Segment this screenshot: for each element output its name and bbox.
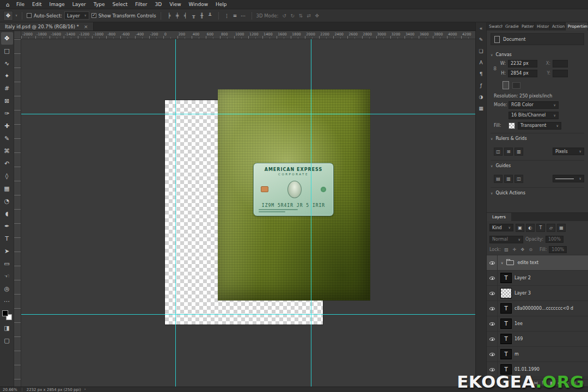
layer-row[interactable]: ∨edite text (487, 255, 588, 271)
history-brush-tool[interactable]: ↶ (1, 157, 13, 170)
eraser-tool[interactable]: ◊ (1, 170, 13, 182)
layer-fill-field[interactable]: 100% (549, 246, 567, 253)
text-layer-thumbnail[interactable]: T (501, 350, 511, 359)
blur-tool[interactable]: ◔ (1, 195, 13, 207)
color-swatches[interactable] (2, 310, 12, 320)
type-tool[interactable]: T (1, 232, 13, 245)
clone-source-icon[interactable]: ❏ (477, 47, 486, 55)
y-field[interactable] (553, 70, 568, 77)
libraries-panel-icon[interactable]: ▦ (477, 104, 486, 112)
dodge-tool[interactable]: ◖ (1, 207, 13, 220)
toggle-columns-icon[interactable]: ▥ (514, 148, 523, 156)
menu-item-view[interactable]: View (166, 1, 185, 8)
quick-selection-tool[interactable]: ✦ (1, 70, 13, 82)
distribute-vertical-icon[interactable]: ≡ (231, 13, 239, 19)
layer-visibility-toggle[interactable] (487, 286, 498, 301)
tool-preset-caret-icon[interactable]: ∨ (15, 14, 17, 17)
lock-transparency-icon[interactable]: ▨ (503, 247, 510, 252)
bit-depth-dropdown[interactable]: 16 Bits/Channel ∨ (509, 112, 559, 119)
home-icon[interactable]: ⌂ (3, 2, 13, 8)
canvas-area[interactable]: -2000-1800-1600-1400-1200-1000-800-600-4… (14, 31, 475, 387)
zoom-level[interactable]: 20.66% (3, 388, 17, 392)
menu-item-edit[interactable]: Edit (28, 1, 45, 8)
color-mode-dropdown[interactable]: RGB Color ∨ (509, 101, 559, 109)
panel-tab-histor[interactable]: Histor (535, 22, 550, 30)
guide-style-dropdown[interactable]: ∨ (553, 175, 584, 182)
3d-roll-icon[interactable]: ↻ (289, 13, 296, 19)
healing-brush-tool[interactable]: ✚ (1, 120, 13, 132)
layer-row[interactable]: Tc8a0000000...ccccccc<0 d (487, 301, 588, 316)
canvas-section-header[interactable]: ∨ Canvas (491, 50, 584, 59)
pen-tool[interactable]: ✒ (1, 220, 13, 232)
3d-scale-icon[interactable]: ✥ (313, 13, 321, 19)
toggle-grid-icon[interactable]: ⊞ (504, 148, 513, 156)
amex-card-image[interactable]: AMERICAN EXPRESS CORPORATE IZ9M 5R4IR JR… (253, 163, 334, 216)
layer-visibility-toggle[interactable] (487, 301, 498, 316)
menu-item-layer[interactable]: Layer (69, 1, 90, 8)
move-tool[interactable]: ✥ (1, 32, 13, 45)
layer-row[interactable]: T169 (487, 332, 588, 347)
group-expand-icon[interactable]: ∨ (501, 261, 503, 265)
frame-tool[interactable]: ⊠ (1, 95, 13, 107)
status-expand-icon[interactable]: › (84, 388, 86, 391)
align-left-icon[interactable]: ╞ (166, 13, 173, 19)
panel-tab-patter[interactable]: Patter (519, 22, 535, 30)
marquee-tool[interactable]: □ (1, 45, 13, 57)
document-tab[interactable]: Italy id.psd @ 20.7% (RGB/16) * × (0, 22, 94, 30)
auto-select-dropdown[interactable]: Layer ∨ (64, 11, 89, 20)
new-guide-layout-icon[interactable]: ▤ (494, 175, 503, 183)
layer-row[interactable]: TLayer 2 (487, 271, 588, 286)
layer-row[interactable]: Tm (487, 347, 588, 362)
portrait-orientation-button[interactable] (503, 81, 509, 89)
quick-actions-section-header[interactable]: ∨ Quick Actions (491, 187, 584, 198)
filter-adjustment-layers-icon[interactable]: ◐ (526, 224, 535, 232)
text-layer-thumbnail[interactable]: T (501, 304, 511, 313)
layers-panel-tab[interactable]: Layers (487, 213, 511, 221)
layer-visibility-toggle[interactable] (487, 255, 498, 270)
glyphs-panel-icon[interactable]: ƒ (477, 81, 486, 89)
panel-tab-swatch[interactable]: Swatch (487, 22, 503, 30)
vertical-guide[interactable] (311, 39, 311, 387)
horizontal-guide[interactable] (21, 314, 475, 315)
layer-visibility-toggle[interactable] (487, 332, 498, 346)
x-field[interactable] (553, 60, 568, 68)
lock-pixels-icon[interactable]: ✛ (511, 247, 518, 252)
menu-item-help[interactable]: Help (212, 1, 231, 8)
rulers-grids-section-header[interactable]: ∨ Rulers & Grids (491, 133, 584, 143)
fill-swatch[interactable] (509, 122, 515, 129)
show-transform-checkbox[interactable]: ✓ (91, 13, 96, 18)
text-layer-thumbnail[interactable]: T (501, 273, 511, 283)
quick-mask-button[interactable]: ◨ (1, 322, 13, 334)
hand-tool[interactable]: ☜ (1, 270, 13, 283)
canvas-viewport[interactable]: AMERICAN EXPRESS CORPORATE IZ9M 5R4IR JR… (21, 39, 475, 387)
layer-filter-kind-dropdown[interactable]: Kind ∨ (489, 224, 513, 231)
brush-settings-icon[interactable]: ✎ (477, 35, 486, 44)
menu-item-window[interactable]: Window (185, 1, 212, 8)
more-align-options-icon[interactable]: ⋯ (240, 13, 247, 19)
shape-tool[interactable]: ▭ (1, 258, 13, 270)
align-right-icon[interactable]: ╡ (182, 13, 189, 19)
3d-slide-icon[interactable]: ⇄ (305, 13, 313, 19)
lock-position-icon[interactable]: ✥ (519, 247, 526, 252)
menu-item-3d[interactable]: 3D (151, 1, 166, 8)
menu-item-select[interactable]: Select (108, 1, 131, 8)
height-field[interactable]: 2854 px (508, 70, 537, 77)
collapse-panels-icon[interactable]: « (477, 24, 486, 32)
toggle-guides-icon[interactable]: ▥ (504, 175, 513, 183)
properties-target[interactable]: Document (491, 33, 584, 45)
adjustments-panel-icon[interactable]: ◑ (477, 93, 486, 101)
layer-visibility-toggle[interactable] (487, 316, 498, 331)
layer-row[interactable]: Layer 3 (487, 286, 588, 301)
blend-mode-dropdown[interactable]: Normal ∨ (489, 236, 523, 243)
width-field[interactable]: 2232 px (508, 60, 537, 68)
lock-guides-icon[interactable]: ◫ (514, 175, 523, 183)
opacity-field[interactable]: 100% (546, 236, 564, 243)
layer-row[interactable]: T1ee (487, 316, 588, 332)
menu-item-filter[interactable]: Filter (131, 1, 151, 8)
vertical-guide[interactable] (175, 39, 176, 387)
distribute-horizontal-icon[interactable]: ⋮ (223, 13, 231, 19)
edit-toolbar-icon[interactable]: ⋯ (1, 295, 13, 308)
panel-tab-action[interactable]: Action (550, 22, 566, 30)
paragraph-panel-icon[interactable]: ¶ (477, 70, 486, 78)
auto-select-checkbox[interactable] (27, 13, 32, 18)
